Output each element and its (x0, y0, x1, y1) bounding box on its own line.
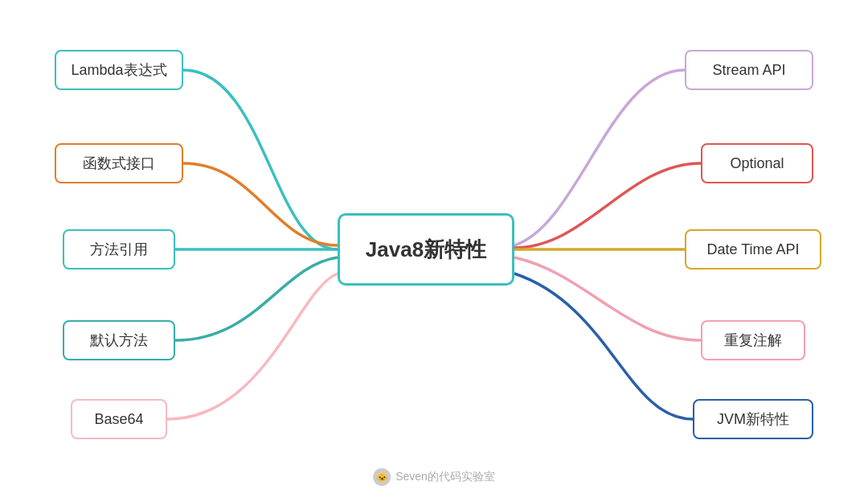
default-label: 默认方法 (90, 331, 148, 350)
functional-label: 函数式接口 (83, 154, 155, 173)
watermark-icon: 🐱 (373, 468, 391, 486)
center-node: Java8新特性 (338, 213, 514, 286)
mind-map-container: Java8新特性 Lambda表达式 函数式接口 方法引用 默认方法 Base6… (0, 0, 868, 502)
node-lambda: Lambda表达式 (55, 50, 183, 90)
base64-label: Base64 (94, 411, 143, 428)
node-datetime: Date Time API (685, 229, 821, 270)
node-base64: Base64 (71, 399, 167, 439)
stream-label: Stream API (712, 62, 785, 79)
watermark: 🐱 Seven的代码实验室 (373, 468, 495, 486)
jvm-label: JVM新特性 (717, 409, 789, 429)
lambda-label: Lambda表达式 (71, 60, 166, 80)
optional-label: Optional (730, 155, 784, 172)
node-repeat: 重复注解 (701, 320, 805, 360)
method-label: 方法引用 (90, 240, 148, 259)
node-default: 默认方法 (63, 320, 175, 360)
datetime-label: Date Time API (706, 241, 799, 258)
node-functional: 函数式接口 (55, 143, 183, 183)
node-stream: Stream API (685, 50, 813, 90)
node-jvm: JVM新特性 (693, 399, 813, 439)
node-optional: Optional (701, 143, 813, 183)
watermark-text: Seven的代码实验室 (395, 470, 495, 484)
node-method: 方法引用 (63, 229, 175, 270)
repeat-label: 重复注解 (724, 331, 782, 350)
center-label: Java8新特性 (366, 236, 486, 264)
